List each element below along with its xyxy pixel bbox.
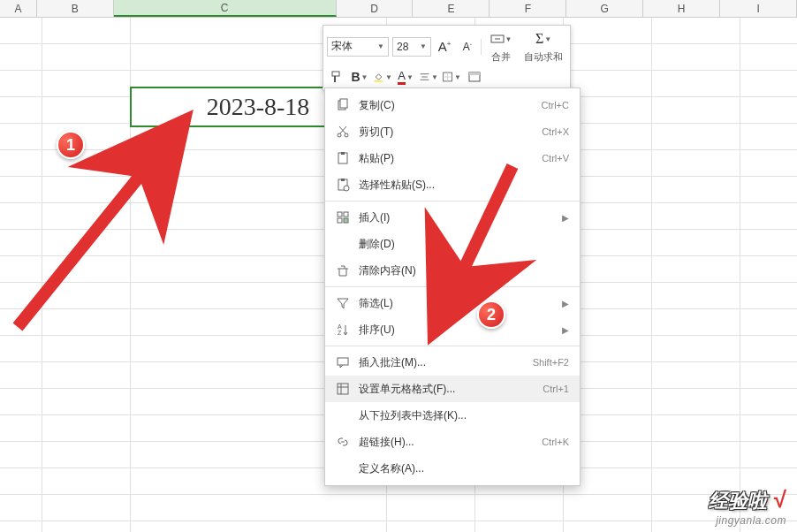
svg-text:Z: Z <box>338 330 342 336</box>
context-menu-item[interactable]: 清除内容(N) <box>325 257 580 284</box>
clear-icon <box>332 263 353 277</box>
context-menu-item[interactable]: 粘贴(P)Ctrl+V <box>325 145 580 171</box>
borders-button[interactable]: ▼ <box>442 67 461 87</box>
context-menu-label: 定义名称(A)... <box>353 461 569 476</box>
context-menu-label: 复制(C) <box>353 98 542 113</box>
selected-cell-value: 2023-8-18 <box>207 93 310 121</box>
col-header-b[interactable]: B <box>37 0 114 17</box>
context-menu-item[interactable]: 选择性粘贴(S)... <box>325 171 580 198</box>
col-header-d[interactable]: D <box>337 0 414 17</box>
col-header-h[interactable]: H <box>643 0 720 17</box>
context-menu-item[interactable]: 插入(I)▶ <box>325 204 580 231</box>
context-menu-shortcut: Ctrl+1 <box>543 384 569 394</box>
chevron-down-icon: ▼ <box>377 42 384 50</box>
svg-rect-2 <box>332 72 339 76</box>
context-menu-separator <box>325 286 580 287</box>
decrease-font-button[interactable]: A- <box>458 37 477 57</box>
svg-rect-26 <box>344 218 348 223</box>
context-menu-label: 超链接(H)... <box>353 435 542 450</box>
context-menu-label: 筛选(L) <box>353 296 562 311</box>
context-menu-item[interactable]: 超链接(H)...Ctrl+K <box>325 429 580 455</box>
svg-rect-3 <box>375 80 383 82</box>
context-menu-separator <box>325 201 580 201</box>
font-size-select[interactable]: 28 ▼ <box>392 37 431 57</box>
format-painter-button[interactable] <box>327 67 346 87</box>
col-header-c[interactable]: C <box>114 0 337 17</box>
paste-special-icon <box>332 178 353 192</box>
font-increase-icon: A+ <box>438 39 452 54</box>
font-color-icon: A <box>398 69 406 85</box>
context-menu-item[interactable]: 插入批注(M)...Shift+F2 <box>325 349 580 376</box>
align-button[interactable]: ▼ <box>419 67 438 87</box>
format-icon <box>467 70 482 84</box>
svg-text:A: A <box>338 323 342 330</box>
format-painter-icon <box>330 70 344 84</box>
chevron-down-icon: ▼ <box>406 73 414 81</box>
context-menu-label: 设置单元格格式(F)... <box>353 382 543 397</box>
sigma-icon: Σ <box>535 31 543 47</box>
context-menu-label: 粘贴(P) <box>353 151 542 166</box>
col-header-e[interactable]: E <box>413 0 490 17</box>
context-menu-shortcut: Ctrl+X <box>542 126 569 137</box>
context-menu-item[interactable]: 删除(D) <box>325 231 580 257</box>
context-menu-separator <box>325 346 580 346</box>
format-button[interactable] <box>465 67 484 87</box>
chevron-down-icon: ▼ <box>544 35 551 43</box>
col-header-a[interactable]: A <box>0 0 37 17</box>
svg-point-14 <box>338 133 341 137</box>
insert-icon <box>332 210 353 224</box>
mini-toolbar: 宋体 ▼ 28 ▼ A+ A- ▼ 合并 Σ ▼ 自动求和 B▼ <box>323 25 571 91</box>
svg-rect-13 <box>340 99 347 108</box>
font-color-button[interactable]: A ▼ <box>396 67 415 87</box>
context-menu-item[interactable]: AZ排序(U)▶ <box>325 316 580 343</box>
chevron-right-icon: ▶ <box>562 325 569 335</box>
copy-icon <box>332 98 353 112</box>
font-size-value: 28 <box>397 41 408 53</box>
bold-button[interactable]: B▼ <box>350 67 369 87</box>
col-header-i[interactable]: I <box>720 0 797 17</box>
context-menu-item[interactable]: 剪切(T)Ctrl+X <box>325 118 580 145</box>
col-header-f[interactable]: F <box>490 0 566 17</box>
format-icon <box>332 382 353 396</box>
chevron-right-icon: ▶ <box>562 299 569 308</box>
font-name-select[interactable]: 宋体 ▼ <box>327 37 389 57</box>
svg-rect-19 <box>341 152 345 155</box>
increase-font-button[interactable]: A+ <box>435 37 454 57</box>
svg-rect-31 <box>338 384 348 394</box>
autosum-button[interactable]: Σ ▼ <box>529 29 558 49</box>
context-menu-item[interactable]: 定义名称(A)... <box>325 455 580 482</box>
merge-icon <box>490 32 505 46</box>
bucket-icon <box>373 70 384 84</box>
col-header-g[interactable]: G <box>566 0 643 17</box>
link-icon <box>332 435 353 449</box>
context-menu-shortcut: Shift+F2 <box>533 357 569 368</box>
context-menu-item[interactable]: 设置单元格格式(F)...Ctrl+1 <box>325 376 580 402</box>
svg-rect-21 <box>341 179 345 181</box>
merge-cells-button[interactable]: ▼ <box>489 29 513 49</box>
align-icon <box>419 70 430 84</box>
watermark-title: 经验啦 <box>709 488 767 514</box>
context-menu-label: 插入批注(M)... <box>353 355 533 370</box>
font-decrease-icon: A- <box>463 41 472 53</box>
sort-icon: AZ <box>332 323 353 337</box>
font-name-value: 宋体 <box>331 39 353 54</box>
column-headers-row: ABCDEFGHI <box>0 0 797 18</box>
fill-color-button[interactable]: ▼ <box>373 67 392 87</box>
chevron-down-icon: ▼ <box>505 35 512 43</box>
context-menu-item[interactable]: 复制(C)Ctrl+C <box>325 92 580 118</box>
svg-point-22 <box>344 186 349 191</box>
bold-icon: B <box>351 70 360 84</box>
context-menu-item[interactable]: 筛选(L)▶ <box>325 290 580 316</box>
autosum-label: 自动求和 <box>524 50 563 64</box>
context-menu-label: 插入(I) <box>353 210 562 225</box>
annotation-step-1: 1 <box>57 131 85 159</box>
paste-icon <box>332 151 353 165</box>
context-menu-item[interactable]: 从下拉列表中选择(K)... <box>325 402 580 429</box>
svg-rect-24 <box>344 212 348 217</box>
context-menu: 复制(C)Ctrl+C剪切(T)Ctrl+X粘贴(P)Ctrl+V选择性粘贴(S… <box>324 87 581 486</box>
chevron-down-icon: ▼ <box>385 73 392 81</box>
merge-label: 合并 <box>491 50 511 64</box>
svg-line-16 <box>340 126 346 133</box>
context-menu-shortcut: Ctrl+K <box>542 437 569 447</box>
context-menu-label: 剪切(T) <box>353 125 542 140</box>
